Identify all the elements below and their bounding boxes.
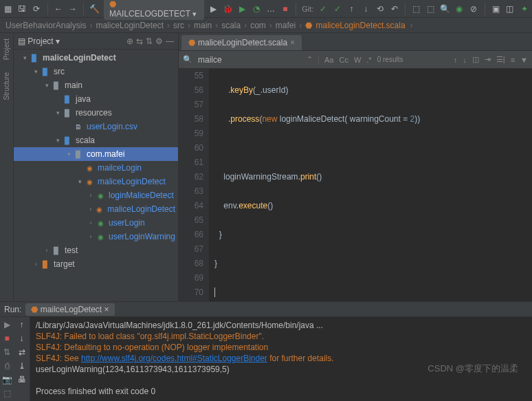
tree-node[interactable]: ›▉target (14, 257, 178, 271)
git-pull-icon[interactable]: ✓ (318, 3, 328, 14)
match-words[interactable]: W (354, 56, 361, 64)
sel-lines-icon[interactable]: ☰| (496, 55, 505, 64)
search-icon[interactable]: ⬚ (411, 3, 421, 14)
console-output[interactable]: /Library/Java/JavaVirtualMachines/jdk1.8… (30, 317, 532, 401)
select-all-icon[interactable]: ◫ (472, 55, 479, 64)
funnel-icon[interactable]: ▼ (520, 56, 528, 64)
tree-node[interactable]: ▾▉main (14, 78, 178, 92)
tree-node[interactable]: ▉java (14, 92, 178, 106)
run-icon[interactable]: ▶ (208, 3, 219, 14)
up-icon[interactable]: ↑ (20, 320, 24, 329)
prev-icon[interactable]: ⌃ (307, 55, 313, 64)
git-commit-icon[interactable]: ✓ (332, 3, 342, 14)
vcs-icon[interactable]: ◉ (454, 3, 465, 14)
hammer-icon[interactable]: 🔨 (89, 3, 100, 14)
find-icon[interactable]: 🔍 (440, 3, 450, 14)
tree-node[interactable]: ›◉maliceLoginDetect (14, 202, 178, 216)
crumb[interactable]: scala (221, 21, 241, 30)
tree-node[interactable]: ▾▉maliceLoginDetect (14, 51, 178, 65)
crumb[interactable]: mafei (276, 21, 296, 30)
expand-icon[interactable]: ⇆ (136, 36, 143, 46)
tree-node[interactable]: ▾◉maliceLoginDetect (14, 175, 178, 188)
match-case[interactable]: Aa (324, 56, 333, 64)
code-area[interactable]: 55565758596061626364656667686970 .keyBy(… (179, 69, 532, 301)
wrap-icon[interactable]: ⇄ (19, 347, 25, 357)
project-tab[interactable]: Project (3, 36, 10, 63)
project-header: ▤ Project ▾ ⊕ ⇆ ⇅ ⚙ — (14, 33, 178, 50)
collapse-icon[interactable]: ⇅ (146, 36, 153, 46)
git-update-icon[interactable]: ↓ (361, 3, 371, 14)
tree-node[interactable]: ▾▉src (14, 65, 178, 78)
debug-icon[interactable]: 🐞 (223, 3, 233, 14)
breadcrumb: UserBehaviorAnalysis› maliceLoginDetect›… (0, 18, 532, 33)
git-revert-icon[interactable]: ↶ (390, 3, 400, 14)
crumb[interactable]: main (194, 21, 212, 30)
add-sel-icon[interactable]: ⇥ (485, 55, 491, 64)
editor-tabs: ⬣maliceLoginDetect.scala× (179, 33, 532, 51)
search-input[interactable] (198, 55, 301, 65)
code-lines[interactable]: .keyBy(_.userId) .process(new loginMalic… (209, 69, 532, 301)
tree-node[interactable]: ▾▉scala (14, 133, 178, 147)
attach-icon[interactable]: … (266, 3, 276, 14)
file-tab[interactable]: ⬣maliceLoginDetect.scala× (181, 35, 302, 50)
run-config-dropdown[interactable]: ⬣ MAILCELOGDETECT ▾ (104, 0, 204, 20)
scroll-icon[interactable]: ⤓ (19, 361, 25, 371)
win-icon[interactable]: ◫ (505, 3, 515, 14)
up-icon[interactable]: ↑ (454, 56, 458, 64)
print-icon[interactable]: 🖶 (18, 375, 26, 384)
crumb[interactable]: src (173, 21, 184, 30)
forward-icon[interactable]: → (67, 3, 78, 14)
hide-icon[interactable]: — (166, 36, 174, 46)
tools-icon[interactable]: ⬚ (425, 3, 436, 14)
crumb[interactable]: com (250, 21, 266, 30)
down-icon[interactable]: ↓ (20, 334, 24, 343)
run-header: Run: ⬣ mailceLogDetect × (0, 302, 532, 317)
tree-node[interactable]: ›◉userLogin (14, 216, 178, 230)
tree-node[interactable]: 🗎userLogin.csv (14, 120, 178, 133)
run-actions-left: ▶ ■ ⇅ ⎙ 📷 ⬚ (0, 317, 14, 401)
tree-node[interactable]: ›▉test (14, 243, 178, 257)
layout-icon[interactable]: ⇅ (3, 347, 10, 357)
coverage-icon[interactable]: ▶ (237, 3, 247, 14)
match-cc[interactable]: Cc (339, 56, 348, 64)
pref-icon[interactable]: ⊘ (469, 3, 479, 14)
rerun-icon[interactable]: ▶ (4, 320, 10, 329)
run-actions-right: ↑ ↓ ⇄ ⤓ 🖶 (14, 317, 30, 401)
crumb-file[interactable]: ⬣ maliceLoginDetect.scala (305, 21, 406, 30)
camera-icon[interactable]: 📷 (2, 375, 12, 384)
save-icon[interactable]: 🖫 (17, 3, 27, 14)
stop-icon[interactable]: ■ (280, 3, 290, 14)
run-tool-window: Run: ⬣ mailceLogDetect × ▶ ■ ⇅ ⎙ 📷 ⬚ ↑ ↓… (0, 301, 532, 401)
down-icon[interactable]: ↓ (463, 56, 467, 64)
filter-icon[interactable]: ≡ (511, 56, 515, 64)
tree-node[interactable]: ◉mailceLogin (14, 161, 178, 175)
tree-node[interactable]: ›◉loginMaliceDetect (14, 188, 178, 202)
pin-icon[interactable]: ⎙ (5, 361, 10, 371)
git-history-icon[interactable]: ⟲ (375, 3, 386, 14)
regex-toggle[interactable]: .* (366, 56, 371, 64)
search-icon: 🔍 (183, 55, 192, 64)
select-icon[interactable]: ⊕ (126, 36, 133, 46)
back-icon[interactable]: ← (53, 3, 63, 14)
git-push-icon[interactable]: ↑ (346, 3, 357, 14)
git-label: Git: (302, 5, 313, 13)
project-tree: ▾▉maliceLoginDetect ▾▉src ▾▉main ▉java ▾… (14, 50, 178, 301)
project-tool-window: ▤ Project ▾ ⊕ ⇆ ⇅ ⚙ — ▾▉maliceLoginDetec… (14, 33, 179, 301)
profile-icon[interactable]: ◔ (252, 3, 262, 14)
find-bar: 🔍 ⌃ Aa Cc W .* 0 results ↑ ↓ ◫ ⇥ ☰| ≡ ▼ (179, 51, 532, 69)
file-icon[interactable]: ▦ (3, 3, 13, 14)
gear-icon[interactable]: ⚙ (155, 36, 163, 46)
av-icon[interactable]: ▣ (491, 3, 501, 14)
tree-node[interactable]: ›◉userLoginWarning (14, 230, 178, 243)
crumb[interactable]: maliceLoginDetect (96, 21, 164, 30)
tree-node[interactable]: ▾▉resources (14, 106, 178, 120)
exit-icon[interactable]: ⬚ (3, 389, 11, 398)
tree-node-selected[interactable]: ▾▉com.mafei (14, 147, 178, 161)
refresh-icon[interactable]: ⟳ (32, 3, 42, 14)
crumb[interactable]: UserBehaviorAnalysis (5, 21, 86, 30)
puzzle-icon[interactable]: ✦ (519, 3, 529, 14)
search-results: 0 results (377, 56, 403, 63)
gutter: 55565758596061626364656667686970 (179, 69, 209, 301)
structure-tab[interactable]: Structure (3, 69, 10, 103)
stop-icon[interactable]: ■ (4, 334, 9, 343)
